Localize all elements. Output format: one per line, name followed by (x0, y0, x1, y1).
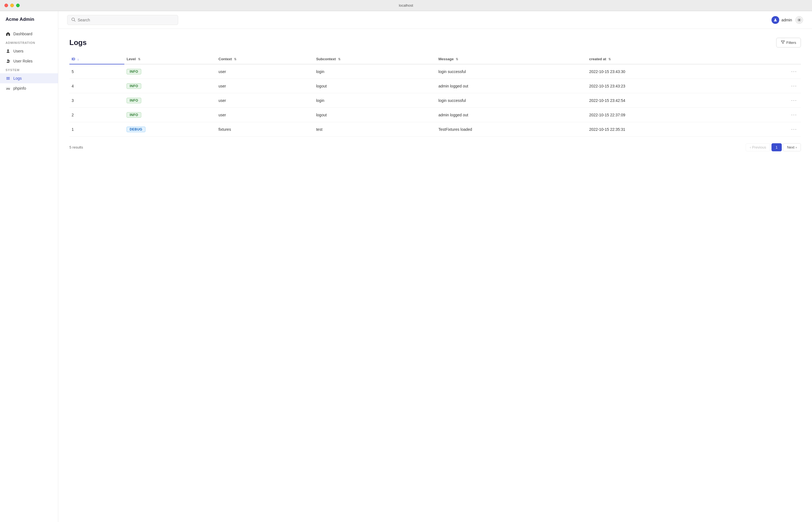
next-button[interactable]: Next › (783, 143, 801, 151)
cell-level: INFO (124, 79, 216, 93)
cell-subcontext: logout (314, 108, 436, 122)
col-message-label: Message (438, 57, 454, 61)
filter-icon (781, 40, 785, 45)
col-subcontext[interactable]: Subcontext ⇅ (314, 54, 436, 64)
cell-id: 4 (69, 79, 124, 93)
level-badge: INFO (127, 98, 141, 103)
search-bar[interactable] (67, 15, 178, 25)
page-1-button[interactable]: 1 (771, 143, 782, 151)
results-count: 5 results (69, 145, 83, 149)
person-badge-icon (5, 59, 11, 64)
cell-actions: ··· (747, 64, 801, 79)
page-title: Logs (69, 38, 87, 47)
php-icon: php (5, 86, 11, 91)
cell-created-at: 2022-10-15 22:35:31 (587, 122, 747, 137)
cell-created-at: 2022-10-15 23:42:54 (587, 93, 747, 108)
sidebar-item-user-roles[interactable]: User Roles (0, 56, 58, 66)
cell-id: 3 (69, 93, 124, 108)
sort-icon-subcontext: ⇅ (338, 58, 340, 61)
cell-message: TestFixtures loaded (436, 122, 587, 137)
cell-id: 5 (69, 64, 124, 79)
col-message[interactable]: Message ⇅ (436, 54, 587, 64)
close-button[interactable] (4, 4, 8, 7)
url-bar[interactable]: localhost (399, 3, 413, 7)
svg-point-5 (774, 19, 776, 20)
next-label: Next (787, 145, 794, 149)
table-head: ID ↓ Level ⇅ Context ⇅ (69, 54, 801, 64)
minimize-button[interactable] (10, 4, 14, 7)
cell-context: user (216, 79, 314, 93)
sort-icon-context: ⇅ (234, 58, 236, 61)
table-row: 5 INFO user login login successful 2022-… (69, 64, 801, 79)
col-created-at[interactable]: created at ⇅ (587, 54, 747, 64)
sidebar-item-user-roles-label: User Roles (13, 59, 33, 63)
app-logo: Acme Admin (0, 17, 58, 29)
search-icon (71, 18, 76, 22)
sidebar-section-system: SYSTEM (0, 66, 58, 73)
admin-user: admin (771, 16, 792, 24)
table-row: 2 INFO user logout admin logged out 2022… (69, 108, 801, 122)
cell-created-at: 2022-10-15 22:37:09 (587, 108, 747, 122)
sort-icon-message: ⇅ (456, 58, 458, 61)
col-id-label: ID (71, 57, 75, 61)
pagination: ‹ Previous 1 Next › (746, 143, 801, 151)
sort-icon-created-at: ⇅ (608, 58, 611, 61)
table-row: 3 INFO user login login successful 2022-… (69, 93, 801, 108)
search-input[interactable] (78, 18, 174, 22)
table-row: 1 DEBUG fixtures test TestFixtures loade… (69, 122, 801, 137)
sidebar-item-dashboard[interactable]: Dashboard (0, 29, 58, 39)
page-header: Logs Filters (69, 38, 801, 47)
row-actions-button[interactable]: ··· (790, 82, 799, 89)
row-actions-button[interactable]: ··· (790, 97, 799, 104)
cell-message: admin logged out (436, 108, 587, 122)
col-created-at-label: created at (589, 57, 606, 61)
col-context[interactable]: Context ⇅ (216, 54, 314, 64)
chevron-right-icon: › (796, 145, 797, 149)
cell-created-at: 2022-10-15 23:43:30 (587, 64, 747, 79)
theme-toggle-button[interactable] (795, 16, 803, 24)
table-body: 5 INFO user login login successful 2022-… (69, 64, 801, 137)
chevron-left-icon: ‹ (750, 145, 751, 149)
cell-subcontext: logout (314, 79, 436, 93)
col-id[interactable]: ID ↓ (69, 54, 124, 64)
level-badge: DEBUG (127, 127, 145, 132)
row-actions-button[interactable]: ··· (790, 126, 799, 133)
previous-label: Previous (752, 145, 766, 149)
previous-button[interactable]: ‹ Previous (746, 143, 770, 151)
row-actions-button[interactable]: ··· (790, 68, 799, 75)
filters-button[interactable]: Filters (776, 38, 801, 47)
cell-level: DEBUG (124, 122, 216, 137)
titlebar: localhost (0, 0, 812, 11)
table-row: 4 INFO user logout admin logged out 2022… (69, 79, 801, 93)
sidebar-item-logs-label: Logs (13, 76, 22, 81)
cell-context: user (216, 64, 314, 79)
col-subcontext-label: Subcontext (316, 57, 336, 61)
sort-desc-icon: ↓ (78, 58, 79, 61)
cell-actions: ··· (747, 93, 801, 108)
level-badge: INFO (127, 83, 141, 89)
svg-rect-0 (8, 61, 10, 61)
sidebar-item-phpinfo[interactable]: php phpinfo (0, 83, 58, 93)
sidebar-item-users-label: Users (13, 49, 24, 53)
cell-created-at: 2022-10-15 23:43:23 (587, 79, 747, 93)
level-badge: INFO (127, 69, 141, 75)
svg-line-4 (75, 20, 76, 21)
logs-table: ID ↓ Level ⇅ Context ⇅ (69, 54, 801, 137)
maximize-button[interactable] (16, 4, 20, 7)
sidebar-item-logs[interactable]: Logs (0, 73, 58, 83)
svg-point-6 (799, 19, 800, 21)
filters-label: Filters (787, 41, 796, 45)
cell-level: INFO (124, 93, 216, 108)
sidebar-section-administration: ADMINISTRATION (0, 39, 58, 46)
admin-label: admin (782, 18, 792, 22)
col-level[interactable]: Level ⇅ (124, 54, 216, 64)
cell-subcontext: login (314, 93, 436, 108)
col-actions (747, 54, 801, 64)
cell-level: INFO (124, 64, 216, 79)
cell-context: user (216, 93, 314, 108)
sidebar-item-users[interactable]: Users (0, 46, 58, 56)
main-content: admin Logs (58, 11, 812, 522)
sidebar: Acme Admin Dashboard ADMINISTRATION (0, 11, 58, 522)
sidebar-item-dashboard-label: Dashboard (13, 32, 33, 36)
row-actions-button[interactable]: ··· (790, 111, 799, 118)
